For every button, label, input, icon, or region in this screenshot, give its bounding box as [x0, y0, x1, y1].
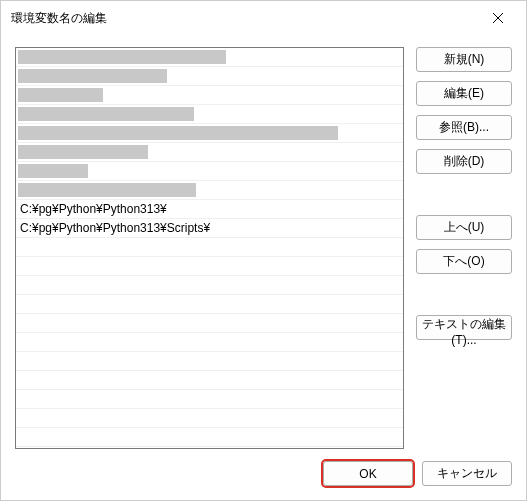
ok-button[interactable]: OK: [323, 461, 413, 486]
list-item[interactable]: [16, 124, 403, 143]
list-item[interactable]: [16, 409, 403, 428]
redacted-content: [18, 107, 194, 121]
close-icon: [493, 13, 503, 23]
dialog-window: 環境変数名の編集 C:¥pg¥Python¥Python313¥C:¥pg¥Py…: [0, 0, 527, 501]
redacted-content: [18, 88, 103, 102]
redacted-content: [18, 145, 148, 159]
list-item[interactable]: C:¥pg¥Python¥Python313¥Scripts¥: [16, 219, 403, 238]
list-item[interactable]: [16, 181, 403, 200]
redacted-content: [18, 50, 226, 64]
list-item[interactable]: [16, 352, 403, 371]
list-item[interactable]: [16, 333, 403, 352]
spacer: [416, 183, 512, 206]
list-item[interactable]: [16, 276, 403, 295]
list-item[interactable]: [16, 143, 403, 162]
delete-button[interactable]: 削除(D): [416, 149, 512, 174]
move-up-button[interactable]: 上へ(U): [416, 215, 512, 240]
edit-button[interactable]: 編集(E): [416, 81, 512, 106]
browse-button[interactable]: 参照(B)...: [416, 115, 512, 140]
list-item[interactable]: [16, 238, 403, 257]
redacted-content: [18, 69, 167, 83]
move-down-button[interactable]: 下へ(O): [416, 249, 512, 274]
list-item[interactable]: [16, 257, 403, 276]
list-item[interactable]: C:¥pg¥Python¥Python313¥: [16, 200, 403, 219]
close-button[interactable]: [480, 4, 516, 32]
footer: OK キャンセル: [1, 449, 526, 500]
list-item[interactable]: [16, 314, 403, 333]
list-item[interactable]: [16, 105, 403, 124]
redacted-content: [18, 183, 196, 197]
list-item[interactable]: [16, 162, 403, 181]
new-button[interactable]: 新規(N): [416, 47, 512, 72]
redacted-content: [18, 164, 88, 178]
cancel-button[interactable]: キャンセル: [422, 461, 512, 486]
list-item[interactable]: [16, 371, 403, 390]
path-listbox[interactable]: C:¥pg¥Python¥Python313¥C:¥pg¥Python¥Pyth…: [15, 47, 404, 449]
list-item[interactable]: [16, 295, 403, 314]
titlebar: 環境変数名の編集: [1, 1, 526, 33]
list-item[interactable]: [16, 48, 403, 67]
content-area: C:¥pg¥Python¥Python313¥C:¥pg¥Python¥Pyth…: [1, 33, 526, 449]
list-item[interactable]: [16, 86, 403, 105]
dialog-title: 環境変数名の編集: [11, 10, 107, 27]
spacer: [416, 283, 512, 306]
list-item[interactable]: [16, 428, 403, 447]
edit-text-button[interactable]: テキストの編集(T)...: [416, 315, 512, 340]
redacted-content: [18, 126, 338, 140]
list-item[interactable]: [16, 390, 403, 409]
list-item[interactable]: [16, 67, 403, 86]
side-buttons: 新規(N) 編集(E) 参照(B)... 削除(D) 上へ(U) 下へ(O) テ…: [416, 47, 512, 449]
